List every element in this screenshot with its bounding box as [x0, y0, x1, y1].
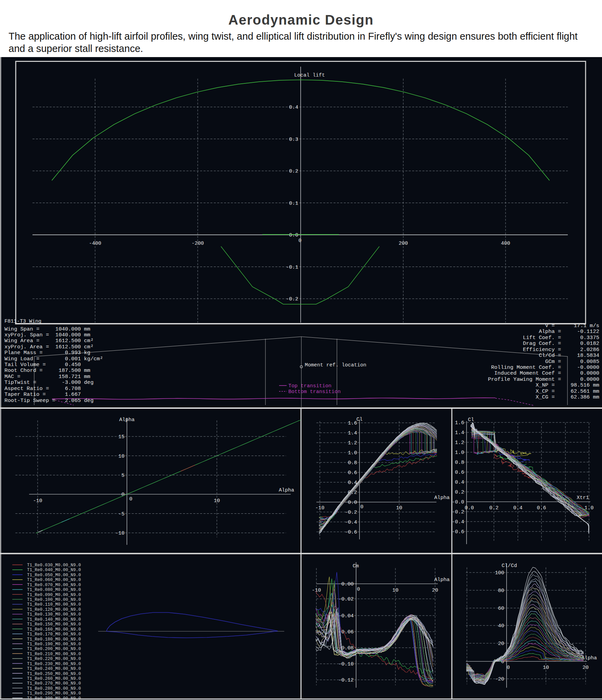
svg-text:0: 0: [298, 238, 301, 244]
svg-text:T1_Re0.140_M0.00_N9.0: T1_Re0.140_M0.00_N9.0: [27, 617, 81, 622]
svg-text:1.4: 1.4: [348, 430, 357, 436]
svg-text:Top transition: Top transition: [288, 383, 331, 389]
svg-text:200: 200: [398, 241, 408, 246]
svg-text:T1_Re0.180_M0.00_N9.0: T1_Re0.180_M0.00_N9.0: [27, 637, 81, 642]
svg-text:-10: -10: [115, 530, 125, 536]
svg-text:0: 0: [507, 665, 510, 671]
svg-text:GCm = 0.0085: GCm = 0.0085: [545, 359, 599, 365]
svg-text:-20: -20: [495, 676, 504, 682]
svg-text:-5: -5: [118, 511, 125, 517]
svg-text:0.4: 0.4: [455, 480, 464, 485]
svg-text:10: 10: [118, 454, 125, 459]
svg-text:T1_Re0.220_M0.00_N9.0: T1_Re0.220_M0.00_N9.0: [27, 657, 81, 661]
svg-text:0.4: 0.4: [513, 505, 522, 511]
svg-text:-0.4: -0.4: [345, 520, 357, 525]
svg-text:-400: -400: [89, 241, 101, 246]
svg-text:TipTwist = -3.000 deg: TipTwist = -3.000 deg: [4, 379, 93, 386]
svg-text:F811-T3 Wing: F811-T3 Wing: [4, 319, 41, 324]
svg-text:Wing Span = 1040.000 mm: Wing Span = 1040.000 mm: [4, 326, 90, 332]
svg-text:-200: -200: [192, 241, 204, 246]
svg-text:1.2: 1.2: [455, 440, 464, 446]
svg-text:10: 10: [396, 505, 402, 511]
svg-text:-0.04: -0.04: [338, 613, 354, 619]
svg-text:Root-Tip Sweep = 2.065 deg: Root-Tip Sweep = 2.065 deg: [4, 398, 93, 404]
svg-text:0.6: 0.6: [348, 470, 357, 476]
svg-text:T1_Re0.260_M0.00_N9.0: T1_Re0.260_M0.00_N9.0: [27, 676, 81, 681]
svg-text:0: 0: [121, 492, 125, 498]
svg-text:0.00: 0.00: [341, 581, 354, 587]
svg-text:Lift Coef. = 0.3375: Lift Coef. = 0.3375: [523, 335, 599, 341]
svg-text:X_NP = 98.516 mm: X_NP = 98.516 mm: [536, 382, 599, 388]
svg-text:xyProj. Area = 1612.500 cm²: xyProj. Area = 1612.500 cm²: [4, 344, 93, 350]
svg-text:T1_Re0.300_M0.00_N9.0: T1_Re0.300_M0.00_N9.0: [27, 696, 81, 700]
svg-text:-0.2: -0.2: [452, 509, 464, 515]
svg-text:-0.1: -0.1: [286, 265, 298, 270]
svg-text:1.6: 1.6: [348, 420, 357, 426]
svg-text:0.4: 0.4: [289, 105, 298, 110]
svg-text:Local lift: Local lift: [294, 72, 325, 78]
svg-text:T1_Re0.080_M0.00_N9.0: T1_Re0.080_M0.00_N9.0: [27, 588, 81, 592]
svg-text:Xtr1: Xtr1: [577, 495, 589, 501]
svg-text:1.0: 1.0: [348, 450, 357, 456]
svg-text:Moment ref. location: Moment ref. location: [305, 362, 366, 368]
svg-text:V = 17.1 m/s: V = 17.1 m/s: [545, 323, 599, 329]
svg-text:T1_Re0.100_M0.00_N9.0: T1_Re0.100_M0.00_N9.0: [27, 597, 81, 602]
svg-text:X_CP = 62.561 mm: X_CP = 62.561 mm: [536, 388, 599, 394]
svg-text:0.0: 0.0: [348, 500, 357, 506]
svg-text:0.2: 0.2: [289, 169, 298, 174]
svg-text:1.6: 1.6: [455, 420, 464, 426]
svg-text:T1_Re0.170_M0.00_N9.0: T1_Re0.170_M0.00_N9.0: [27, 632, 81, 637]
svg-text:T1_Re0.090_M0.00_N9.0: T1_Re0.090_M0.00_N9.0: [27, 593, 81, 597]
svg-text:-10: -10: [33, 498, 42, 504]
svg-text:Alpha = -0.1122: Alpha = -0.1122: [539, 328, 599, 335]
svg-text:0.0: 0.0: [464, 505, 474, 511]
svg-text:0: 0: [360, 504, 363, 510]
svg-text:T1_Re0.130_M0.00_N9.0: T1_Re0.130_M0.00_N9.0: [27, 612, 81, 617]
svg-text:0.8: 0.8: [348, 460, 357, 466]
svg-text:0.0: 0.0: [289, 232, 298, 238]
svg-text:0: 0: [357, 587, 360, 592]
svg-text:-0.02: -0.02: [338, 596, 354, 602]
svg-text:T1_Re0.070_M0.00_N9.0: T1_Re0.070_M0.00_N9.0: [27, 583, 81, 588]
svg-text:T1_Re0.210_M0.00_N9.0: T1_Re0.210_M0.00_N9.0: [27, 652, 81, 657]
svg-text:T1_Re0.150_M0.00_N9.0: T1_Re0.150_M0.00_N9.0: [27, 622, 81, 627]
svg-text:100: 100: [495, 570, 504, 576]
svg-text:T1_Re0.110_M0.00_N9.0: T1_Re0.110_M0.00_N9.0: [27, 602, 81, 607]
svg-text:-0.6: -0.6: [345, 529, 357, 535]
svg-text:0.2: 0.2: [489, 505, 498, 511]
svg-text:0.6: 0.6: [537, 505, 546, 511]
svg-text:Induced Moment Coef = 0.0: Induced Moment Coef = 0.0000: [494, 370, 599, 376]
svg-text:10: 10: [214, 498, 220, 504]
svg-text:Cl: Cl: [468, 417, 474, 423]
svg-text:Aspect Ratio = 6.708: Aspect Ratio = 6.708: [4, 386, 81, 392]
svg-text:Profile Yawing Moment = 0: Profile Yawing Moment = 0.0000: [488, 376, 599, 382]
svg-text:Efficiency = 2.0286: Efficiency = 2.0286: [523, 347, 599, 353]
svg-text:-0.0: -0.0: [452, 499, 464, 505]
svg-text:Cl/Cd: Cl/Cd: [501, 563, 517, 569]
svg-text:0.1: 0.1: [289, 201, 298, 206]
svg-text:Alpha: Alpha: [119, 417, 134, 423]
svg-text:0.2: 0.2: [455, 489, 464, 495]
svg-text:20: 20: [432, 588, 438, 593]
svg-text:T1_Re0.280_M0.00_N9.0: T1_Re0.280_M0.00_N9.0: [27, 686, 81, 691]
svg-text:5: 5: [121, 473, 125, 479]
svg-text:T1_Re0.250_M0.00_N9.0: T1_Re0.250_M0.00_N9.0: [27, 672, 81, 676]
svg-text:0: 0: [129, 496, 132, 502]
svg-text:Alpha: Alpha: [434, 577, 449, 583]
svg-text:-0.12: -0.12: [338, 677, 354, 683]
svg-text:T1_Re0.040_M0.00_N9.0: T1_Re0.040_M0.00_N9.0: [27, 568, 81, 573]
svg-text:T1_Re0.290_M0.00_N9.0: T1_Re0.290_M0.00_N9.0: [27, 691, 81, 696]
svg-text:Drag Coef. = 0.0182: Drag Coef. = 0.0182: [523, 340, 599, 347]
svg-text:Bottom transition: Bottom transition: [288, 389, 341, 395]
svg-text:Rolling Moment Coef. = -0.: Rolling Moment Coef. = -0.0000: [491, 364, 599, 371]
svg-text:T1_Re0.240_M0.00_N9.0: T1_Re0.240_M0.00_N9.0: [27, 667, 81, 671]
svg-text:Plane Mass = 0.993 kg: Plane Mass = 0.993 kg: [4, 350, 90, 356]
svg-text:20: 20: [583, 665, 589, 671]
svg-text:Alpha: Alpha: [279, 487, 294, 493]
svg-text:0.3: 0.3: [289, 137, 298, 143]
svg-text:X_CG = 62.386 mm: X_CG = 62.386 mm: [536, 394, 599, 400]
svg-text:-10: -10: [315, 505, 324, 511]
svg-text:-0.10: -0.10: [338, 661, 354, 667]
svg-text:xyProj. Span = 1040.000 mm: xyProj. Span = 1040.000 mm: [4, 332, 90, 338]
svg-text:0.8: 0.8: [455, 460, 464, 466]
